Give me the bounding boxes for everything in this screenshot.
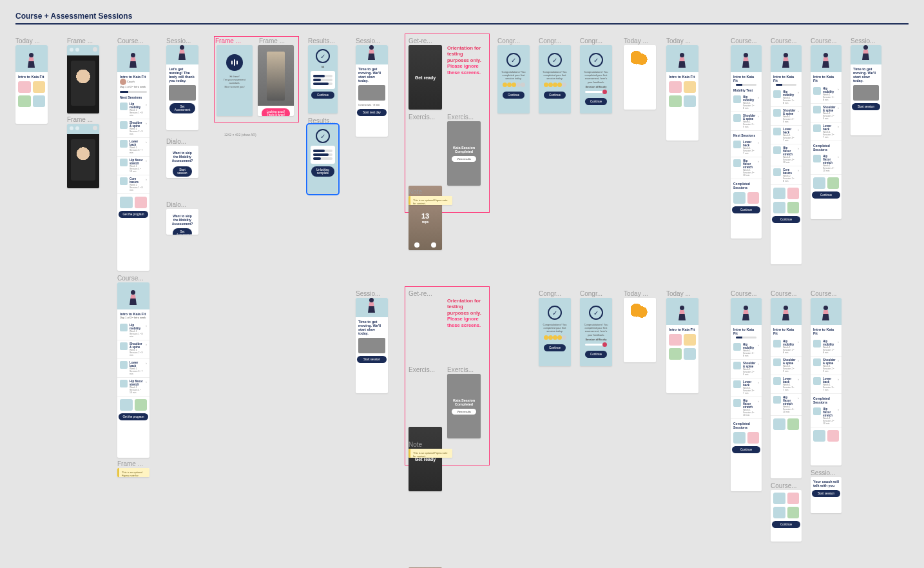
session-row[interactable]: Lower backWeek 1 Session 3 • 7 min› [771, 375, 802, 394]
frame-course-d2[interactable]: Intro to Kaia Fit Hip mobilityWeek 1 Ses… [771, 298, 802, 478]
promo-card[interactable] [33, 81, 46, 93]
frame-dialog-skip-2[interactable]: Want to skip the Mobility Assessment? Se… [166, 209, 198, 235]
view-results-button[interactable]: View results [452, 156, 476, 162]
wrap-button[interactable]: Looking good! That's a wrap! [262, 108, 291, 116]
session-row[interactable]: Core basicsWeek 2 Session 1 • 8 min› [771, 166, 802, 185]
session-row[interactable]: Hip mobilityWeek 1 Session 1 • 8 min› [811, 85, 842, 104]
frame-session-complete-1[interactable]: Kaia Session Completed View results [447, 121, 481, 186]
frame-today-highfive-1[interactable] [624, 45, 656, 110]
session-row[interactable]: Core basicsWeek 2 Session 1 • 8 min› [117, 175, 149, 194]
frame-session-r1[interactable]: Time to get moving. We'll start slow tod… [851, 45, 881, 135]
start-button[interactable]: Start next day [357, 109, 387, 116]
promo-card[interactable] [18, 81, 31, 93]
frame-congrats-5[interactable]: Congratulations! You completed your firs… [580, 298, 612, 366]
figma-canvas[interactable]: Today ... Intro to Kaia Fit Frame ... Fr… [0, 22, 924, 568]
frame-course-long-a[interactable]: Intro to Kaia Fit Coach Day 1 of 3 • Int… [117, 45, 149, 271]
session-row[interactable]: Hip flexor stretchWeek 1 Session 4 • 10 … [771, 394, 802, 416]
session-row[interactable]: Lower backWeek 1 Session 3 • 7 min› [117, 359, 149, 378]
session-row[interactable]: Hip mobilityWeek 1 Session 1 • 8 min› [117, 101, 149, 119]
promo-card[interactable] [135, 197, 148, 208]
frame-get-ready-1[interactable]: Get ready [409, 45, 442, 110]
frame-today-3[interactable]: Intro to Kaia Fit [666, 298, 698, 393]
session-row[interactable]: Hip flexor stretchWeek 1 Session 4 • 10 … [771, 144, 802, 166]
session-row[interactable]: Lower backWeek 1 Session 3 • 7 min› [811, 122, 842, 141]
preview-video[interactable] [169, 85, 196, 101]
session-row[interactable]: Hip mobilityWeek 1 Session 1 • 8 min› [731, 341, 762, 360]
session-row[interactable]: Shoulder & spineWeek 1 Session 2 • 9 min… [811, 357, 842, 375]
frame-get-ready-2[interactable]: Get ready [409, 427, 442, 491]
frame-course-d1[interactable]: Intro to Kaia Fit Hip mobilityWeek 1 Ses… [731, 298, 762, 491]
frame-today-highfive-2[interactable] [624, 298, 656, 362]
frame-coach-video-2[interactable] [67, 124, 99, 188]
session-row[interactable]: Lower backWeek 1 Session 3 • 7 min› [771, 126, 802, 144]
frame-session-detail-2[interactable]: Time to get moving. We'll start slow tod… [356, 298, 388, 393]
frame-course-c3[interactable]: Intro to Kaia Fit Hip mobilityWeek 1 Ses… [811, 45, 842, 219]
session-row[interactable]: Hip flexor stretchWeek 1 Session 4 • 10 … [811, 153, 842, 175]
frame-coach-video-1[interactable] [67, 45, 99, 113]
control-icon[interactable] [431, 242, 436, 248]
promo-card[interactable] [120, 197, 133, 208]
frame-course-c2[interactable]: Intro to Kaia Fit Hip mobilityWeek 1 Ses… [771, 45, 802, 264]
continue-button[interactable]: Continue [311, 92, 335, 99]
session-row[interactable]: Lower backWeek 1 Session 3 • 7 min› [117, 138, 149, 157]
session-row[interactable]: Shoulder & spineWeek 1 Session 2 • 9 min… [117, 340, 149, 359]
promo-card[interactable] [33, 95, 46, 107]
cta-button[interactable]: Get the program [119, 211, 148, 218]
session-row[interactable]: Lower backWeek 1 Session 3 • 7 min› [731, 378, 762, 397]
frame-note-2[interactable]: This is an optional Figma note for conte… [409, 449, 452, 458]
session-row[interactable]: Lower backWeek 1 Session 3 • 7 min› [811, 375, 842, 394]
session-row[interactable]: Hip flexor stretchWeek 1 Session 4 • 10 … [117, 378, 149, 397]
promo-card[interactable] [18, 95, 31, 107]
frame-session-d3b[interactable]: Your coach will talk with you Start sess… [811, 477, 842, 513]
frame-course-c1[interactable]: Intro to Kaia Fit Mobility Test Hip mobi… [731, 45, 762, 239]
frame-note-strip[interactable]: This is an optional Figma note for conte… [117, 468, 149, 477]
session-row[interactable]: Shoulder & spineWeek 1 Session 2 • 9 min… [771, 107, 802, 126]
session-row[interactable]: Shoulder & spineWeek 1 Session 2 • 9 min… [117, 119, 149, 138]
dialog-primary-button[interactable]: Set Assessment [173, 228, 192, 235]
frame-today-1[interactable]: Intro to Kaia Fit [15, 45, 48, 124]
frame-today-2[interactable]: Intro to Kaia Fit [666, 45, 698, 141]
control-icon[interactable] [414, 242, 419, 248]
start-button[interactable]: Set Assessment [169, 103, 195, 113]
frame-course-d3[interactable]: Intro to Kaia Fit Hip mobilityWeek 1 Ses… [811, 298, 842, 465]
session-row[interactable]: Hip mobilityWeek 1 Session 1 • 8 min› [771, 88, 802, 107]
preview-video[interactable] [358, 85, 385, 101]
frame-pose-photo[interactable]: Looking good! That's a wrap! [258, 45, 294, 116]
session-row[interactable]: Hip mobilityWeek 1 Session 1 • 8 min› [811, 338, 842, 357]
rating-row[interactable] [503, 83, 525, 87]
session-row[interactable]: Hip flexor stretchWeek 1 Session 4 • 10 … [731, 157, 762, 179]
session-row[interactable]: Hip mobilityWeek 1 Session 1 • 8 min› [117, 322, 149, 340]
frame-session-detail-1[interactable]: Time to get moving. We'll start slow tod… [356, 45, 388, 137]
session-row[interactable]: Hip mobilityWeek 1 Session 1 • 8 min› [731, 93, 762, 112]
session-row[interactable]: Shoulder & spineWeek 1 Session 2 • 9 min… [731, 112, 762, 131]
session-row[interactable]: Shoulder & spineWeek 1 Session 2 • 9 min… [731, 360, 762, 378]
coach-video[interactable] [67, 55, 99, 113]
frame-results-1[interactable]: 53 Continue [308, 45, 338, 113]
frame-congrats-3[interactable]: Congratulations! You completed your firs… [580, 45, 612, 113]
frame-congrats-4[interactable]: Congratulations! You completed your firs… [539, 298, 571, 366]
frame-congrats-2[interactable]: Congratulations! You completed your firs… [539, 45, 571, 113]
frame-course-long-b[interactable]: Intro to Kaia FitDay 1 of 3 • Intro week… [117, 282, 149, 458]
difficulty-slider[interactable] [585, 91, 607, 93]
frame-congrats-1[interactable]: Congratulations! You completed your firs… [497, 45, 530, 113]
session-row[interactable]: Shoulder & spineWeek 1 Session 2 • 9 min… [811, 104, 842, 122]
dialog-primary-button[interactable]: Start session [173, 166, 192, 177]
session-row[interactable]: Lower backWeek 1 Session 3 • 7 min› [731, 139, 762, 157]
session-row[interactable]: Hip flexor stretchWeek 1 Session 4 • 10 … [117, 157, 149, 175]
frame-session-complete-2[interactable]: Kaia Session Completed View results [447, 374, 481, 438]
cta-button[interactable]: Get the program [119, 413, 148, 420]
frame-dialog-skip-1[interactable]: Want to skip the Mobility Assessment? St… [166, 146, 198, 178]
frame-session-baseline[interactable]: Let's get moving! The body will thank yo… [166, 45, 198, 130]
session-row[interactable]: Shoulder & spineWeek 1 Session 2 • 9 min… [771, 357, 802, 375]
continue-button[interactable]: Unlocking complete [311, 166, 335, 177]
coach-video[interactable] [67, 134, 99, 188]
frame-note-1[interactable]: This is an optional Figma note for conte… [409, 196, 452, 205]
frame-course-d2b[interactable]: Continue [771, 490, 802, 542]
rating-row[interactable] [544, 83, 566, 87]
session-row[interactable]: Hip flexor stretchWeek 1 Session 4 • 10 … [731, 397, 762, 419]
session-row[interactable]: Hip mobilityWeek 1 Session 1 • 8 min› [771, 338, 802, 357]
frame-exercise-reps-1[interactable]: 13 reps [409, 186, 442, 250]
frame-results-2[interactable]: Unlocking complete [308, 125, 338, 193]
frame-assistant-intro[interactable]: Hi there! I'm your movement assistant. N… [217, 45, 253, 116]
continue-button[interactable]: Continue [503, 92, 525, 99]
